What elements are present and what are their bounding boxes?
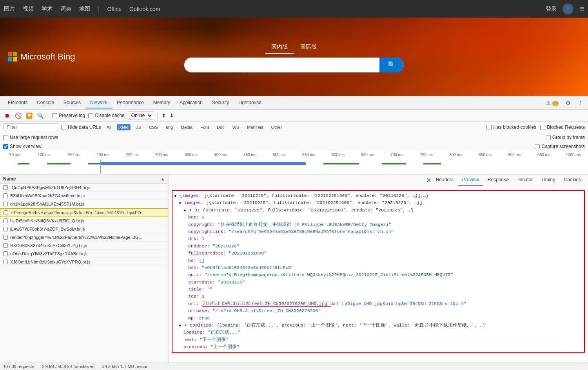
- sort-icon[interactable]: ▲: [160, 176, 165, 182]
- more-icon[interactable]: ⋮: [576, 99, 585, 107]
- group-by-frame-label[interactable]: Group by frame: [546, 135, 585, 140]
- throttle-select[interactable]: Online: [128, 111, 153, 120]
- req-checkbox-0[interactable]: [3, 185, 8, 190]
- timeline-area[interactable]: 50 ms 100 ms 150 ms 200 ms 250 ms 300 ms…: [0, 151, 588, 175]
- tab-application[interactable]: Application: [175, 97, 207, 108]
- request-item-6[interactable]: render?bnptrigger=%7B%22PartnerId%22%3A%…: [0, 233, 168, 242]
- tab-sources[interactable]: Sources: [59, 97, 85, 108]
- tab-security[interactable]: Security: [207, 97, 234, 108]
- import-icon[interactable]: ⬆: [162, 112, 166, 119]
- hide-data-urls-checkbox[interactable]: [61, 125, 66, 130]
- tab-memory[interactable]: Memory: [149, 97, 175, 108]
- preserve-log-label[interactable]: Preserve log: [52, 113, 85, 118]
- search-input[interactable]: [184, 58, 379, 72]
- export-icon[interactable]: ⬇: [169, 112, 174, 119]
- filter-other[interactable]: Other: [269, 124, 285, 130]
- filter-xhr[interactable]: XHR: [117, 124, 131, 130]
- large-rows-label[interactable]: Use large request rows: [3, 135, 58, 140]
- nav-images[interactable]: 图片: [4, 5, 15, 13]
- tab-network[interactable]: Network: [85, 97, 112, 108]
- nav-office[interactable]: Office: [107, 6, 122, 12]
- capture-screenshots-checkbox[interactable]: [535, 144, 540, 149]
- preserve-log-checkbox[interactable]: [52, 113, 57, 118]
- filter-input[interactable]: [3, 123, 58, 131]
- blocked-requests-checkbox[interactable]: [540, 125, 545, 130]
- disable-cache-label[interactable]: Disable cache: [88, 113, 124, 118]
- user-avatar[interactable]: 👤: [563, 4, 573, 14]
- request-item-4[interactable]: hUDr5cv9tKe-5diQ3VKxU8ZfGLQ.br.js: [0, 217, 168, 225]
- login-button[interactable]: 登录: [546, 5, 557, 13]
- req-checkbox-3[interactable]: [4, 210, 8, 215]
- tab-performance[interactable]: Performance: [112, 97, 149, 108]
- request-item-3[interactable]: HPImageArchive.aspx?format=js&idx=0&n=1&…: [0, 208, 168, 217]
- json-key-urlbase: urlbase:: [188, 308, 212, 313]
- menu-button[interactable]: ≡: [579, 4, 584, 13]
- request-item-2[interactable]: dn1jk1pgK28rShAl1LXEp45SF1M.br.js: [0, 200, 168, 208]
- json-preview-panel[interactable]: ▶ {images: [{startdate: "20210225", full…: [169, 186, 588, 363]
- req-checkbox-7[interactable]: [3, 243, 8, 248]
- filter-img[interactable]: Img: [163, 124, 175, 130]
- req-checkbox-4[interactable]: [3, 218, 8, 223]
- nav-map[interactable]: 地图: [79, 5, 90, 13]
- rp-tab-cookies[interactable]: Cookies: [560, 175, 585, 186]
- group-by-frame-checkbox[interactable]: [546, 135, 551, 140]
- req-checkbox-1[interactable]: [3, 193, 8, 198]
- close-detail-button[interactable]: ✕: [426, 177, 431, 184]
- tab-domestic[interactable]: 国内版: [265, 41, 294, 54]
- show-overview-label[interactable]: Show overview: [3, 144, 42, 149]
- json-val-top: 1: [202, 294, 205, 299]
- filter-manifest[interactable]: Manifest: [245, 124, 266, 130]
- rp-tab-timing[interactable]: Timing: [537, 175, 559, 186]
- request-item-1[interactable]: BZ4UfleWu9BfKpat2kZG4pw6tmo.br.js: [0, 192, 168, 200]
- large-rows-checkbox[interactable]: [3, 135, 8, 140]
- has-blocked-cookies-checkbox[interactable]: [486, 125, 492, 130]
- rp-tab-response[interactable]: Response: [484, 175, 513, 186]
- request-item-0[interactable]: -QoOpHP6A3PgwMhZbTU9ZejR8H4.br.js: [0, 184, 168, 192]
- tab-international[interactable]: 国际版: [294, 41, 323, 54]
- json-root-images-key[interactable]: ▶ {images: [{startdate: "20210225", full…: [174, 192, 583, 199]
- request-item-5[interactable]: jLAw67Y0F8ph3rY-aZOF_BwSdiw.br.js: [0, 225, 168, 233]
- req-checkbox-6[interactable]: [3, 235, 8, 240]
- hide-data-urls-label[interactable]: Hide data URLs: [61, 125, 101, 130]
- nav-academic[interactable]: 学术: [42, 5, 53, 13]
- filter-font[interactable]: Font: [198, 124, 211, 130]
- request-item-8[interactable]: uObc-DdxqYIW3v2ThFF8gzRXABc.br.js: [0, 250, 168, 258]
- filter-ws[interactable]: WS: [230, 124, 242, 130]
- req-checkbox-9[interactable]: [3, 260, 8, 264]
- json-images-arr[interactable]: ▶ images: [{startdate: "20210225", fulls…: [174, 199, 583, 206]
- nav-outlook[interactable]: Outlook.com: [129, 6, 160, 12]
- filter-media[interactable]: Media: [178, 124, 195, 130]
- json-key-hs: hs:: [188, 258, 199, 263]
- filter-doc[interactable]: Doc: [214, 124, 227, 130]
- json-item0[interactable]: ▶ ▾ 0: {startdate: "20210225", fullstart…: [174, 207, 583, 214]
- show-overview-checkbox[interactable]: [3, 144, 8, 149]
- record-button[interactable]: ⏺: [3, 112, 11, 119]
- filter-icon[interactable]: 🔽: [25, 112, 33, 119]
- search-network-icon[interactable]: 🔍: [36, 112, 44, 119]
- capture-screenshots-label[interactable]: Capture screenshots: [535, 144, 585, 149]
- request-item-9[interactable]: XJ8OmILbNhm0zU9tdkuGYeXVPRQ.br.js: [0, 258, 168, 266]
- settings-icon[interactable]: ⚙: [564, 99, 572, 107]
- clear-button[interactable]: 🚫: [14, 112, 22, 119]
- disable-cache-checkbox[interactable]: [88, 113, 93, 118]
- rp-tab-initiator[interactable]: Initiator: [514, 175, 537, 186]
- req-checkbox-2[interactable]: [3, 202, 8, 206]
- filter-all[interactable]: All: [104, 124, 114, 130]
- filter-js[interactable]: JS: [134, 124, 143, 130]
- filter-css[interactable]: CSS: [147, 124, 160, 130]
- req-checkbox-8[interactable]: [3, 251, 8, 256]
- rp-tab-headers[interactable]: Headers: [432, 175, 457, 186]
- search-button[interactable]: 🔍: [379, 58, 404, 72]
- has-blocked-cookies-label[interactable]: Has blocked cookies: [486, 125, 536, 130]
- nav-dictionary[interactable]: 词典: [60, 5, 71, 13]
- nav-video[interactable]: 视频: [23, 5, 34, 13]
- request-item-7[interactable]: RKC0H0KX27d4LnXnSxCi63ZLiYg.br.js: [0, 242, 168, 250]
- json-tooltips[interactable]: ▶ ▾ tooltips: {loading: '正在加载...', previ…: [174, 322, 583, 329]
- blocked-requests-label[interactable]: Blocked Requests: [540, 125, 585, 130]
- tab-lighthouse[interactable]: Lighthouse: [234, 97, 266, 108]
- tab-console[interactable]: Console: [32, 97, 59, 108]
- tab-elements[interactable]: Elements: [3, 97, 32, 108]
- req-checkbox-5[interactable]: [3, 227, 8, 231]
- json-key-top: top:: [188, 294, 202, 299]
- rp-tab-preview[interactable]: Preview: [458, 175, 483, 186]
